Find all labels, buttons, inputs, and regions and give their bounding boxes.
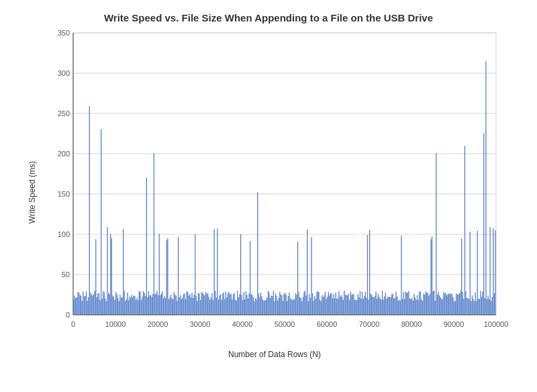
svg-rect-360 (422, 301, 423, 315)
svg-rect-87 (134, 295, 134, 315)
svg-rect-177 (229, 292, 230, 315)
svg-rect-204 (257, 192, 258, 315)
svg-rect-143 (193, 298, 193, 315)
svg-rect-397 (461, 238, 462, 315)
svg-rect-330 (391, 297, 391, 315)
svg-rect-310 (369, 230, 370, 315)
svg-rect-323 (383, 299, 384, 315)
svg-rect-160 (211, 297, 211, 315)
svg-rect-305 (364, 296, 364, 315)
svg-rect-357 (419, 292, 420, 315)
svg-rect-133 (182, 297, 183, 315)
svg-rect-252 (308, 301, 309, 315)
svg-rect-48 (92, 296, 93, 315)
svg-rect-164 (215, 291, 215, 315)
svg-rect-344 (405, 291, 406, 315)
svg-rect-88 (134, 296, 135, 315)
svg-rect-49 (93, 294, 94, 315)
svg-rect-67 (112, 295, 113, 315)
svg-rect-379 (442, 299, 443, 315)
svg-rect-427 (493, 228, 493, 315)
svg-rect-422 (487, 296, 488, 315)
svg-rect-162 (213, 300, 213, 315)
svg-rect-365 (428, 293, 428, 315)
svg-rect-249 (305, 291, 305, 315)
svg-rect-343 (404, 299, 405, 315)
svg-rect-376 (439, 295, 440, 315)
svg-rect-121 (169, 297, 170, 315)
svg-rect-132 (181, 299, 182, 315)
svg-rect-30 (73, 300, 74, 315)
svg-rect-261 (318, 291, 318, 315)
svg-rect-203 (256, 299, 257, 315)
svg-rect-91 (138, 300, 138, 315)
svg-rect-165 (216, 297, 217, 315)
svg-rect-411 (476, 301, 477, 315)
svg-rect-52 (97, 297, 97, 315)
svg-rect-289 (347, 295, 348, 315)
svg-text:90000: 90000 (444, 320, 465, 328)
svg-rect-236 (291, 299, 291, 315)
svg-rect-270 (327, 297, 328, 315)
svg-rect-407 (472, 295, 473, 315)
svg-rect-349 (410, 299, 411, 315)
svg-rect-329 (389, 297, 390, 315)
svg-rect-34 (77, 292, 78, 315)
svg-rect-409 (474, 301, 475, 315)
svg-rect-201 (254, 301, 254, 315)
svg-rect-275 (332, 299, 333, 315)
svg-text:60000: 60000 (317, 320, 338, 328)
svg-rect-317 (377, 299, 377, 315)
svg-rect-194 (246, 295, 247, 315)
svg-rect-38 (82, 301, 83, 315)
svg-rect-361 (423, 293, 424, 315)
svg-rect-396 (460, 291, 461, 315)
svg-rect-156 (206, 293, 207, 315)
svg-rect-350 (411, 298, 412, 315)
svg-rect-346 (407, 293, 408, 315)
svg-rect-127 (176, 295, 177, 315)
svg-rect-394 (458, 295, 458, 315)
svg-rect-224 (279, 298, 279, 315)
svg-rect-184 (236, 301, 237, 315)
svg-rect-352 (413, 294, 414, 315)
svg-rect-321 (381, 299, 381, 315)
svg-rect-153 (203, 295, 204, 315)
svg-rect-408 (473, 299, 473, 315)
svg-rect-384 (448, 294, 448, 315)
svg-rect-288 (346, 295, 346, 315)
svg-rect-341 (402, 299, 403, 315)
svg-rect-307 (366, 298, 367, 315)
svg-rect-425 (491, 301, 491, 315)
svg-rect-228 (283, 301, 283, 315)
svg-rect-31 (75, 296, 75, 315)
svg-rect-92 (139, 291, 140, 315)
svg-rect-98 (145, 296, 146, 315)
svg-rect-69 (114, 300, 115, 315)
svg-rect-359 (421, 299, 422, 315)
svg-rect-386 (450, 293, 450, 315)
svg-rect-337 (398, 301, 399, 315)
svg-rect-105 (152, 294, 153, 315)
svg-rect-223 (277, 301, 278, 315)
svg-rect-319 (379, 297, 379, 315)
svg-rect-388 (452, 294, 452, 315)
svg-rect-173 (224, 299, 225, 315)
svg-rect-139 (189, 295, 189, 315)
svg-rect-37 (81, 295, 81, 315)
svg-rect-130 (179, 297, 180, 315)
svg-rect-308 (367, 235, 368, 315)
svg-rect-134 (183, 294, 184, 315)
svg-rect-85 (132, 295, 132, 315)
svg-rect-238 (293, 299, 294, 315)
svg-rect-65 (110, 234, 111, 315)
svg-rect-99 (146, 178, 147, 315)
svg-rect-302 (360, 299, 361, 315)
svg-rect-33 (77, 297, 77, 315)
svg-rect-155 (205, 292, 206, 315)
svg-rect-250 (306, 295, 307, 315)
svg-rect-333 (393, 299, 394, 315)
svg-rect-191 (244, 292, 244, 315)
svg-rect-231 (286, 295, 287, 315)
svg-rect-44 (88, 297, 89, 315)
